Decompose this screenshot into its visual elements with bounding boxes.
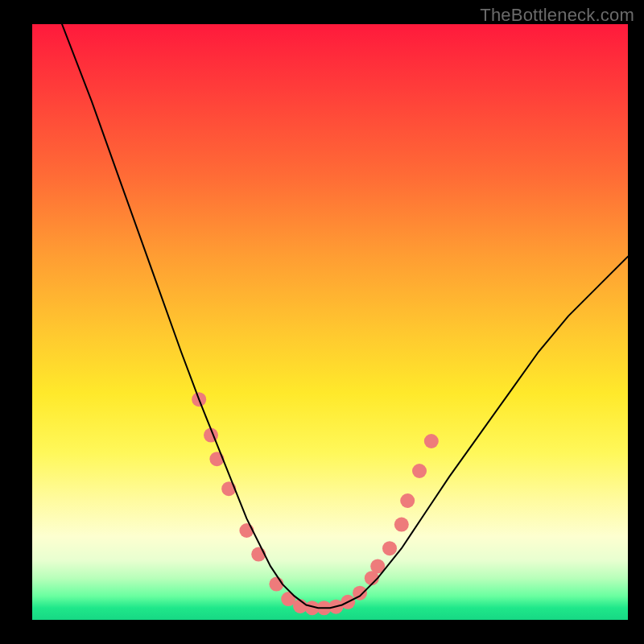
scatter-dot: [382, 541, 397, 555]
scatter-dot: [424, 434, 439, 448]
scatter-dot: [412, 464, 427, 478]
plot-area: [32, 24, 628, 620]
chart-svg: [32, 24, 628, 620]
watermark-text: TheBottleneck.com: [480, 5, 634, 26]
frame: TheBottleneck.com: [0, 0, 644, 644]
bottleneck-curve: [62, 24, 628, 608]
scatter-dot: [209, 452, 224, 466]
scatter-dot: [400, 493, 415, 508]
scatter-layer: [192, 392, 439, 615]
scatter-dot: [221, 481, 236, 496]
scatter-dot: [394, 518, 409, 532]
